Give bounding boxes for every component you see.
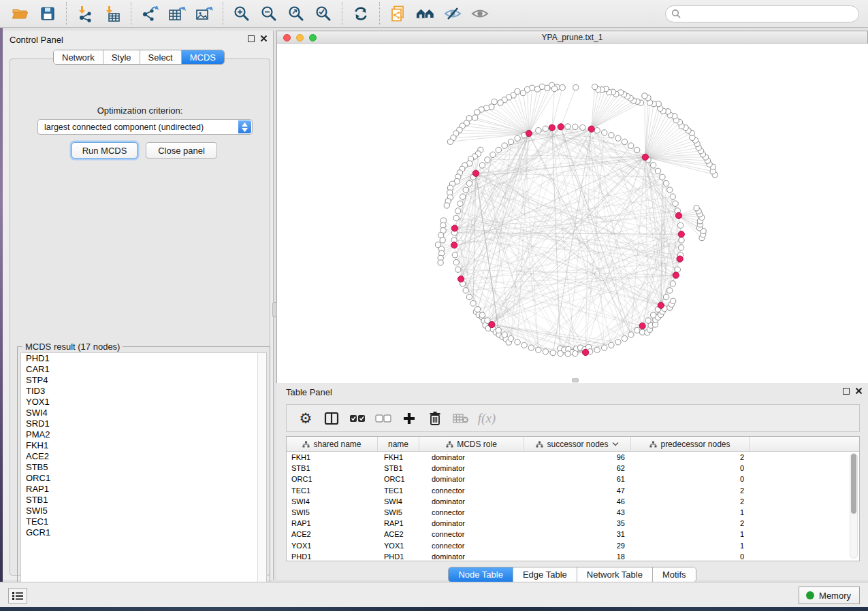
ring-node[interactable] bbox=[515, 340, 520, 345]
mcds-result-item[interactable]: STB1 bbox=[21, 495, 266, 506]
table-row[interactable]: TEC1TEC1connector472 bbox=[287, 485, 859, 496]
save-session-icon[interactable] bbox=[37, 3, 58, 24]
deselect-all-rows-icon[interactable] bbox=[372, 408, 394, 429]
optimization-criterion-select[interactable]: largest connected component (undirected) bbox=[37, 119, 253, 135]
ring-node[interactable] bbox=[663, 294, 669, 299]
leaf-node[interactable] bbox=[447, 139, 453, 144]
mcds-hub-node[interactable] bbox=[639, 323, 645, 329]
leaf-node[interactable] bbox=[520, 90, 526, 96]
ring-node[interactable] bbox=[543, 126, 548, 131]
mcds-hub-node[interactable] bbox=[451, 225, 457, 231]
delete-table-icon[interactable] bbox=[450, 408, 472, 429]
tab-motifs[interactable]: Motifs bbox=[653, 567, 696, 582]
export-image-icon[interactable] bbox=[194, 3, 214, 24]
mcds-result-list[interactable]: PHD1CAR1STP4TID3YOX1SWI4SRD1PMA2FKH1ACE2… bbox=[20, 352, 267, 595]
leaf-node[interactable] bbox=[534, 86, 540, 92]
ring-node[interactable] bbox=[573, 124, 578, 129]
ring-node[interactable] bbox=[615, 135, 621, 141]
ring-node[interactable] bbox=[463, 187, 468, 193]
ring-node[interactable] bbox=[455, 267, 461, 272]
table-row[interactable]: ORC1ORC1dominator610 bbox=[287, 474, 859, 484]
table-row[interactable]: STB1STB1dominator620 bbox=[287, 463, 859, 474]
column-layout-icon[interactable] bbox=[321, 408, 342, 429]
ring-node[interactable] bbox=[543, 349, 548, 354]
ring-node[interactable] bbox=[634, 327, 640, 333]
vertical-splitter-handle[interactable] bbox=[272, 302, 277, 317]
ring-node[interactable] bbox=[675, 267, 680, 272]
leaf-node[interactable] bbox=[438, 260, 443, 265]
search-field[interactable] bbox=[665, 5, 859, 22]
column-header-name[interactable]: name bbox=[378, 437, 419, 451]
table-row[interactable]: YOX1YOX1connector291 bbox=[287, 540, 859, 551]
ring-node[interactable] bbox=[622, 139, 627, 144]
mcds-hub-node[interactable] bbox=[677, 256, 683, 262]
leaf-node[interactable] bbox=[560, 85, 565, 90]
ring-node[interactable] bbox=[536, 347, 541, 352]
ring-node[interactable] bbox=[594, 128, 600, 133]
memory-button[interactable]: Memory bbox=[799, 587, 860, 604]
refresh-view-icon[interactable] bbox=[351, 3, 371, 24]
table-row[interactable]: SWI5SWI5connector431 bbox=[287, 507, 859, 518]
ring-node[interactable] bbox=[490, 152, 496, 157]
ring-node[interactable] bbox=[550, 350, 556, 355]
mcds-hub-node[interactable] bbox=[458, 276, 464, 282]
ring-node[interactable] bbox=[660, 174, 665, 180]
network-window-titlebar[interactable]: YPA_prune.txt_1 bbox=[277, 31, 867, 44]
ring-node[interactable] bbox=[670, 194, 675, 199]
ring-node[interactable] bbox=[655, 168, 660, 174]
ring-node[interactable] bbox=[455, 208, 461, 214]
column-header-shared-name[interactable]: shared name bbox=[287, 437, 378, 451]
ring-node[interactable] bbox=[521, 342, 527, 348]
leaf-node[interactable] bbox=[440, 237, 445, 243]
leaf-node[interactable] bbox=[545, 85, 550, 90]
duplicate-network-icon[interactable] bbox=[388, 3, 408, 24]
ring-node[interactable] bbox=[673, 201, 678, 206]
ndex-home-icon[interactable] bbox=[415, 3, 436, 24]
zoom-selected-icon[interactable] bbox=[313, 3, 334, 24]
hide-selected-icon[interactable] bbox=[443, 3, 463, 24]
mcds-result-item[interactable]: CAR1 bbox=[21, 364, 266, 375]
leaf-node[interactable] bbox=[551, 86, 557, 91]
ring-node[interactable] bbox=[470, 301, 476, 306]
ring-node[interactable] bbox=[463, 288, 468, 293]
ring-node[interactable] bbox=[508, 335, 513, 341]
leaf-node[interactable] bbox=[573, 84, 579, 90]
mcds-hub-node[interactable] bbox=[673, 272, 679, 278]
select-all-rows-icon[interactable] bbox=[347, 408, 368, 429]
ring-node[interactable] bbox=[650, 163, 656, 168]
ring-node[interactable] bbox=[602, 345, 607, 350]
ring-node[interactable] bbox=[645, 318, 651, 323]
mcds-hub-node[interactable] bbox=[658, 302, 664, 308]
mcds-result-item[interactable]: ORC1 bbox=[21, 473, 266, 484]
ring-node[interactable] bbox=[496, 327, 501, 333]
table-row[interactable]: RAP1RAP1dominator352 bbox=[287, 518, 859, 529]
column-header-successor-nodes[interactable]: successor nodes bbox=[524, 437, 631, 451]
leaf-node[interactable] bbox=[475, 110, 480, 115]
mcds-result-item[interactable]: TID3 bbox=[21, 386, 266, 397]
table-row[interactable]: SWI4SWI4dominator462 bbox=[287, 496, 859, 507]
ring-node[interactable] bbox=[466, 180, 472, 186]
ring-node[interactable] bbox=[475, 307, 480, 312]
zoom-in-icon[interactable] bbox=[231, 3, 252, 24]
ring-node[interactable] bbox=[628, 143, 634, 148]
ring-node[interactable] bbox=[667, 187, 673, 193]
close-panel-icon[interactable] bbox=[260, 35, 268, 42]
ring-node[interactable] bbox=[479, 312, 485, 318]
horizontal-splitter-handle[interactable] bbox=[572, 378, 579, 382]
leaf-node[interactable] bbox=[489, 104, 494, 110]
leaf-node[interactable] bbox=[642, 93, 647, 99]
leaf-node[interactable] bbox=[492, 99, 497, 104]
tab-edge-table[interactable]: Edge Table bbox=[513, 567, 577, 582]
ring-node[interactable] bbox=[602, 130, 607, 135]
ring-node[interactable] bbox=[466, 294, 472, 299]
table-scrollbar[interactable] bbox=[850, 453, 858, 559]
search-input[interactable] bbox=[681, 7, 858, 21]
ring-node[interactable] bbox=[508, 139, 513, 144]
mcds-hub-node[interactable] bbox=[489, 322, 495, 328]
add-column-icon[interactable] bbox=[398, 408, 420, 429]
export-network-icon[interactable] bbox=[140, 3, 160, 24]
ring-node[interactable] bbox=[678, 245, 684, 250]
close-panel-button[interactable]: Close panel bbox=[146, 142, 217, 159]
mcds-result-item[interactable]: ACE2 bbox=[21, 451, 266, 462]
run-mcds-button[interactable]: Run MCDS bbox=[71, 142, 138, 159]
